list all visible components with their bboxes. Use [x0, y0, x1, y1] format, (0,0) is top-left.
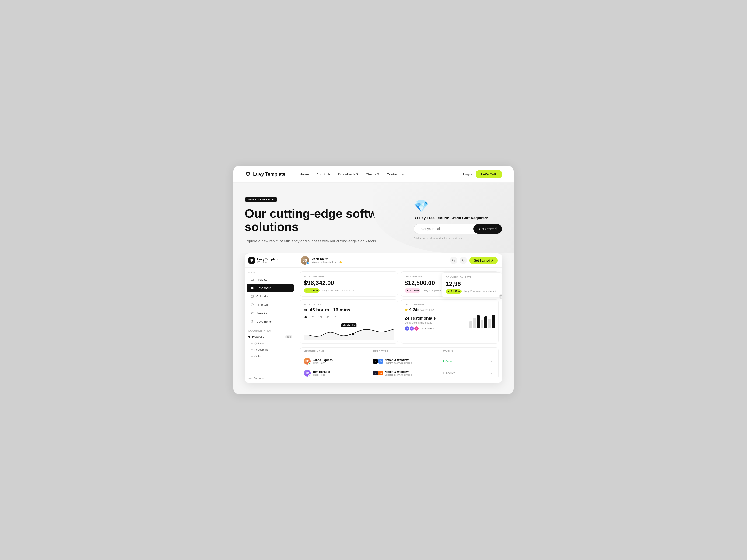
app-section: Luvy Template Webflow › MAIN Projects [233, 254, 514, 394]
sub-dot-icon [251, 355, 253, 357]
sidebar-item-projects[interactable]: Projects [247, 275, 294, 284]
search-button[interactable] [450, 257, 457, 264]
bar [481, 320, 484, 328]
chevron-down-icon: ▾ [357, 172, 358, 176]
attendee-m: M [409, 326, 414, 331]
row-more-button[interactable]: ⋯ [491, 359, 495, 364]
notion-icon: N [373, 359, 378, 364]
feed-update: Updates every 30 minutes [384, 362, 412, 364]
stats-area: TOTAL INCOME $96,342.00 ▲ 11.95% Luvy Co… [296, 268, 503, 297]
sub-dot-icon [251, 349, 253, 350]
sidebar-item-label: Time Off [256, 303, 268, 306]
scrollable-content[interactable]: TOTAL INCOME $96,342.00 ▲ 11.95% Luvy Co… [296, 268, 503, 383]
hero-section: SAAS TEMPLATE Our cutting-edge software … [233, 183, 514, 254]
notifications-button[interactable] [460, 257, 467, 264]
stat-value: $96,342.00 [304, 279, 394, 287]
app-window: Luvy Template Webflow › MAIN Projects [244, 254, 503, 383]
sub-dot-icon [251, 343, 253, 344]
bar [473, 318, 476, 328]
member-sub: TikTok Feed [313, 374, 330, 376]
member-name: Panda Express [313, 358, 333, 362]
testimonials-title: 24 Testimonials [405, 316, 436, 321]
email-input[interactable] [414, 224, 473, 234]
time-tab-1y[interactable]: 1Y [333, 316, 336, 318]
rating-total: (Overall 4.5) [420, 308, 435, 312]
nav-about[interactable]: About Us [316, 172, 331, 176]
topbar-cta-button[interactable]: Get Started ↗ [469, 257, 498, 264]
nav-downloads[interactable]: Downloads ▾ [338, 172, 358, 176]
table-header: Member Name Feed Type Status [300, 348, 498, 355]
row-more-button[interactable]: ⋯ [491, 371, 495, 375]
logo[interactable]: Luvy Template [244, 171, 285, 177]
sidebar-item-timeoff[interactable]: Time Off [247, 301, 294, 309]
member-avatar: TB [304, 370, 311, 377]
sidebar-brand-sub: Webflow [257, 261, 289, 264]
stat-compare: Luvy Compared to last mont [322, 289, 354, 292]
bell-icon [462, 259, 465, 262]
member-name: Tom Bekkers [313, 370, 330, 374]
login-button[interactable]: Login [463, 172, 472, 176]
sidebar-sub-label: Quillow [254, 342, 263, 345]
bar [469, 321, 472, 328]
sidebar-item-feedspring[interactable]: Feedspring [244, 347, 296, 353]
arrow-up-icon: ▲ [447, 290, 450, 293]
rating-label: TOTAL RATING [405, 303, 495, 306]
sidebar-item-optily[interactable]: Optily [244, 353, 296, 359]
user-welcome: Welcome back to Luvy! 👋 [312, 261, 447, 264]
rating-num: 4.2/5 [409, 307, 418, 312]
flowbase-label: Flowbase [252, 335, 264, 338]
bar-chart [469, 314, 495, 328]
sidebar-expand-icon[interactable]: › [291, 259, 292, 262]
svg-rect-1 [252, 287, 253, 288]
sidebar-doc-label: DOCUMENTATION [244, 326, 296, 334]
hero-right: 💎 30 Day Free Trial No Credit Cart Requi… [414, 197, 503, 240]
nav-clients[interactable]: Clients ▾ [366, 172, 379, 176]
member-sub: TikTok Feed [313, 362, 333, 364]
feed-info: Notion & Webflow Updates every 30 minute… [384, 358, 412, 364]
attendees: A M K 26 Attended [405, 326, 436, 331]
status-cell: Active ⋯ [443, 359, 495, 364]
sidebar-settings[interactable]: Settings [244, 374, 296, 383]
nav-links: Home About Us Downloads ▾ Clients ▾ Cont… [300, 172, 463, 176]
time-tabs: 5D 2W 1M 6M 1Y [304, 316, 394, 318]
attendee-a: A [405, 326, 410, 331]
nav-contact[interactable]: Contact Us [387, 172, 404, 176]
topbar-actions: Get Started ↗ [450, 257, 498, 264]
time-tab-2w[interactable]: 2W [311, 316, 315, 318]
svg-rect-4 [251, 295, 254, 298]
hero-badge: SAAS TEMPLATE [244, 197, 277, 202]
sidebar-item-flowbase[interactable]: Flowbase ⌘ 3 [244, 334, 296, 340]
sidebar-item-documents[interactable]: Documents [247, 318, 294, 325]
time-tab-6m[interactable]: 6M [326, 316, 329, 318]
member-info: Panda Express TikTok Feed [313, 358, 333, 364]
flowbase-kbd: ⌘ 3 [285, 335, 292, 338]
time-tab-5d[interactable]: 5D [304, 316, 307, 318]
status-label: Inactive [445, 371, 455, 375]
google-icon: G [379, 359, 383, 364]
sidebar-sub-label: Feedspring [254, 348, 268, 351]
sidebar-item-calendar[interactable]: Calendar [247, 292, 294, 300]
sidebar-item-label: Projects [256, 278, 267, 282]
time-tab-1m[interactable]: 1M [318, 316, 322, 318]
settings-label: Settings [254, 377, 263, 380]
nav-home[interactable]: Home [300, 172, 309, 176]
attendee-count: 26 Attended [421, 327, 435, 330]
avatar: JS [301, 256, 309, 265]
bar [492, 315, 495, 328]
sidebar-item-label: Documents [256, 320, 272, 323]
lets-talk-button[interactable]: Let's Talk [475, 170, 503, 179]
get-started-button[interactable]: Get Started [473, 224, 502, 234]
sidebar-item-quillow[interactable]: Quillow [244, 340, 296, 347]
clock-icon [250, 303, 254, 306]
work-time: ⏱ 45 hours · 16 mins [304, 307, 394, 313]
chart-tooltip: Monday, 6h [341, 323, 357, 327]
member-cell: PE Panda Express TikTok Feed [304, 358, 373, 365]
sidebar-logo [248, 257, 255, 264]
avatar-status-badge [308, 363, 311, 365]
sidebar-item-benefits[interactable]: Benefits [247, 309, 294, 317]
member-cell: TB Tom Bekkers TikTok Feed [304, 370, 373, 377]
nav-actions: Login Let's Talk [463, 170, 503, 179]
sidebar-item-dashboard[interactable]: Dashboard [247, 284, 294, 292]
stat-badge-negative: ▼ 11.95% [405, 288, 420, 293]
table-row: PE Panda Express TikTok Feed [300, 355, 498, 367]
